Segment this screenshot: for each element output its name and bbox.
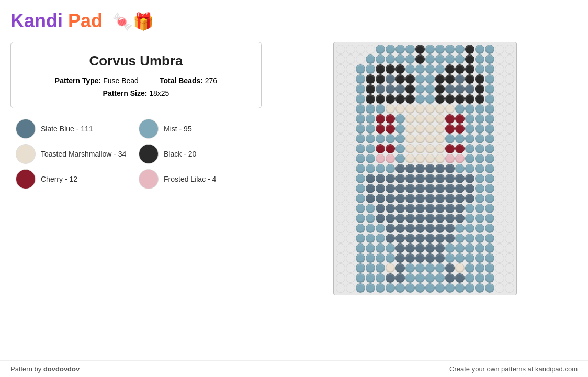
bead <box>376 64 385 74</box>
bead <box>356 204 365 213</box>
bead <box>376 114 385 124</box>
bead <box>376 45 385 54</box>
bead <box>415 184 425 193</box>
bead <box>366 253 375 263</box>
bead <box>495 234 504 243</box>
bead <box>386 54 395 64</box>
bead <box>395 174 405 183</box>
bead <box>445 124 455 134</box>
bead <box>475 124 484 134</box>
bead <box>465 164 474 173</box>
bead <box>336 253 345 263</box>
bead <box>336 234 345 243</box>
bead <box>505 45 514 54</box>
bead <box>366 263 375 273</box>
bead <box>475 104 484 114</box>
bead <box>376 194 385 203</box>
bead <box>405 124 415 134</box>
bead <box>435 273 445 283</box>
pattern-info: Pattern Type: Fuse Bead Total Beads: 276 <box>21 76 251 85</box>
bead <box>405 144 415 153</box>
bead <box>346 253 355 263</box>
bead <box>475 134 484 143</box>
bead <box>386 45 395 54</box>
bead <box>485 214 494 223</box>
bead <box>336 273 345 283</box>
bead <box>425 263 435 273</box>
bead <box>475 273 484 283</box>
bead <box>505 214 514 223</box>
bead <box>435 124 445 134</box>
bead <box>356 243 365 253</box>
bead <box>366 224 375 233</box>
bead <box>505 283 514 293</box>
bead <box>455 253 465 263</box>
bead <box>415 194 425 203</box>
bead <box>415 214 425 223</box>
bead <box>485 184 494 193</box>
bead <box>475 204 484 213</box>
bead <box>485 74 494 84</box>
bead <box>336 134 345 143</box>
bead <box>455 144 465 153</box>
bead <box>495 54 504 64</box>
bead <box>445 263 455 273</box>
bead <box>405 84 415 94</box>
bead-canvas <box>333 42 517 295</box>
bead <box>505 64 514 74</box>
bead <box>405 214 415 223</box>
bead <box>336 84 345 94</box>
bead <box>405 234 415 243</box>
bead <box>395 243 405 253</box>
bead <box>455 54 465 64</box>
bead <box>336 64 345 74</box>
bead <box>495 144 504 153</box>
bead <box>405 104 415 114</box>
bead <box>485 273 494 283</box>
bead <box>386 174 395 183</box>
bead <box>386 204 395 213</box>
bead <box>505 204 514 213</box>
bead <box>465 154 474 163</box>
bead <box>415 263 425 273</box>
bead <box>415 174 425 183</box>
bead <box>415 154 425 163</box>
bead <box>376 174 385 183</box>
bead <box>425 84 435 94</box>
bead <box>366 64 375 74</box>
bead <box>336 224 345 233</box>
bead <box>475 64 484 74</box>
bead <box>415 45 425 54</box>
bead <box>395 114 405 124</box>
bead <box>495 273 504 283</box>
bead <box>465 194 474 203</box>
bead <box>346 64 355 74</box>
bead <box>336 54 345 64</box>
bead <box>485 124 494 134</box>
bead <box>445 64 455 74</box>
bead <box>405 64 415 74</box>
bead <box>475 84 484 94</box>
bead <box>376 54 385 64</box>
bead <box>356 134 365 143</box>
bead <box>415 84 425 94</box>
bead <box>376 134 385 143</box>
bead <box>475 74 484 84</box>
pattern-type: Pattern Type: Fuse Bead <box>55 76 139 85</box>
bead <box>376 184 385 193</box>
bead <box>505 84 514 94</box>
bead <box>395 253 405 263</box>
bead <box>465 64 474 74</box>
bead <box>356 194 365 203</box>
color-grid: Slate Blue - 111Mist - 95Toasted Marshma… <box>10 119 262 189</box>
bead <box>505 243 514 253</box>
bead <box>395 184 405 193</box>
bead <box>485 234 494 243</box>
bead <box>386 214 395 223</box>
bead <box>336 243 345 253</box>
bead <box>356 84 365 94</box>
bead <box>445 104 455 114</box>
bead <box>435 94 445 104</box>
bead <box>366 94 375 104</box>
bead <box>485 144 494 153</box>
